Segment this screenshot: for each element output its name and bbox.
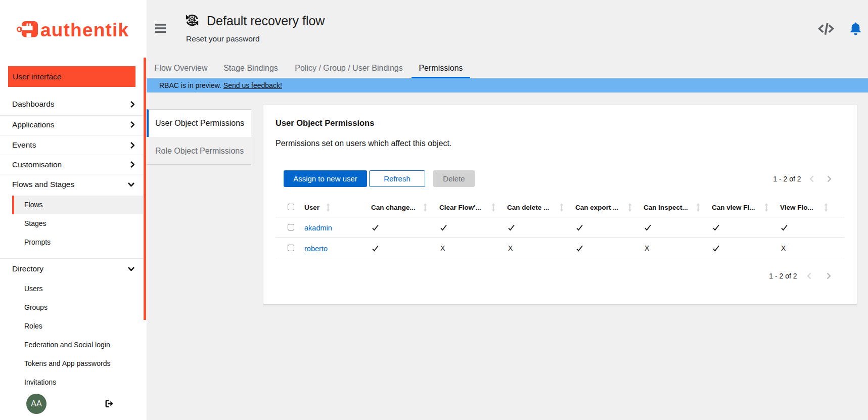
svg-text:authentik: authentik bbox=[40, 20, 129, 40]
